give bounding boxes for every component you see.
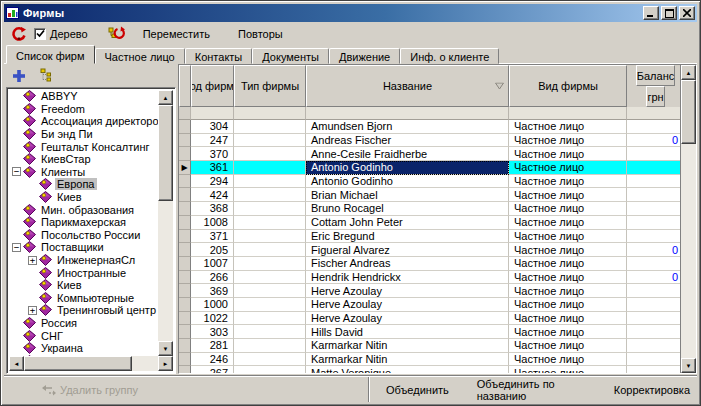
tree-item[interactable]: СНГ <box>9 329 158 342</box>
grid-vscroll-track[interactable] <box>681 144 696 358</box>
grid-row[interactable]: ▶361Antonio GodinhoЧастное лицо <box>179 161 680 175</box>
tree-item[interactable]: КиевСтар <box>9 153 158 166</box>
grid-row[interactable]: 304Amundsen BjornЧастное лицо <box>179 120 680 134</box>
cell-balance <box>627 366 680 373</box>
grid-vertical-scrollbar[interactable]: ▲ ▼ <box>680 65 696 373</box>
tree-item[interactable]: Парикмахерская <box>9 216 158 229</box>
grid-row[interactable]: 205Figueral AlvarezЧастное лицо0 <box>179 243 680 257</box>
refresh-icon[interactable] <box>10 25 28 42</box>
move-button[interactable]: Переместить <box>132 25 221 43</box>
filter-cell-name[interactable] <box>306 107 509 120</box>
tree-checkbox-group[interactable]: Дерево <box>34 28 88 40</box>
grid-row[interactable]: 1007Fischer AndreasЧастное лицо <box>179 257 680 271</box>
tab-3[interactable]: Контакты <box>185 48 253 64</box>
tree-item[interactable]: Ассоциация директоров шк <box>9 115 158 128</box>
filter-cell-bal[interactable] <box>627 107 680 120</box>
tree-item[interactable]: Киев <box>9 279 158 292</box>
tree-item[interactable]: Посольство России <box>9 229 158 242</box>
tree-item[interactable]: Иностранные <box>9 266 158 279</box>
filter-cell-type[interactable] <box>234 107 306 120</box>
tree-item[interactable]: +Тренинговый центр <box>9 304 158 317</box>
sort-descending-icon[interactable] <box>495 83 504 90</box>
tab-1[interactable]: Список фирм <box>6 45 95 64</box>
expand-icon[interactable]: + <box>28 306 37 315</box>
tree-item[interactable]: −Поставщики <box>9 241 158 254</box>
tree-item[interactable]: −Клиенты <box>9 166 158 179</box>
tab-4[interactable]: Документы <box>252 48 329 64</box>
tree-vscroll-track[interactable] <box>158 201 173 341</box>
grid-row[interactable]: 424Brian MichaelЧастное лицо <box>179 188 680 202</box>
expand-icon[interactable]: + <box>28 256 37 265</box>
delete-group-button[interactable]: Удалить группу <box>4 377 176 402</box>
tree-item[interactable]: +ИнженернаяСл <box>9 254 158 267</box>
grid-row[interactable]: 281Karmarkar NitinЧастное лицо <box>179 339 680 353</box>
tree-item[interactable]: Гештальт Консалтинг <box>9 140 158 153</box>
main-area: ABBYYFreedomАссоциация директоров шкБи э… <box>4 64 697 374</box>
grid-row[interactable]: 370Anne-Cesile FraidherbeЧастное лицо <box>179 147 680 161</box>
grid-row[interactable]: 1000Herve AzoulayЧастное лицо <box>179 298 680 312</box>
column-header-code[interactable]: Код фирмы <box>191 65 234 107</box>
tree-item[interactable]: Киев <box>9 191 158 204</box>
tree-item[interactable]: Европа <box>9 178 158 191</box>
close-button[interactable] <box>679 6 695 20</box>
tab-6[interactable]: Инф. о клиенте <box>400 48 499 64</box>
grid-row[interactable]: 368Bruno RocagelЧастное лицо <box>179 202 680 216</box>
tab-5[interactable]: Движение <box>329 48 400 64</box>
tree-item[interactable]: Би энд Пи <box>9 128 158 141</box>
tree-item[interactable]: Россия <box>9 317 158 330</box>
footer-action-3[interactable]: Корректировка <box>607 381 697 399</box>
tree-horizontal-scrollbar[interactable]: ◄ ► <box>9 356 173 371</box>
footer-action-1[interactable]: Объединить <box>379 381 456 399</box>
collapse-icon[interactable]: − <box>12 167 21 176</box>
tab-2[interactable]: Частное лицо <box>95 48 185 64</box>
hierarchy-icon[interactable] <box>38 67 56 84</box>
grid-scroll-down-icon[interactable]: ▼ <box>681 358 696 373</box>
tree-item[interactable]: Компьютерные <box>9 292 158 305</box>
filter-cell-code[interactable] <box>191 107 234 120</box>
column-header-balance[interactable]: Балансгрн <box>627 65 680 107</box>
tree-item[interactable]: Мин. образования <box>9 203 158 216</box>
tree-hscroll-thumb[interactable] <box>24 356 132 371</box>
grid-vscroll-thumb[interactable] <box>681 80 696 144</box>
cell-code: 294 <box>191 175 234 189</box>
grid-row[interactable]: 247Andreas FischerЧастное лицо0 <box>179 134 680 148</box>
column-header-type[interactable]: Тип фирмы <box>234 65 306 107</box>
scroll-up-icon[interactable]: ▲ <box>158 90 173 105</box>
grid-row[interactable]: 369Herve AzoulayЧастное лицо <box>179 284 680 298</box>
cell-balance <box>627 284 680 298</box>
grid-row[interactable]: 246Karmarkar NitinЧастное лицо <box>179 353 680 367</box>
grid-row[interactable]: 1008Cottam John PeterЧастное лицо <box>179 216 680 230</box>
repeats-button[interactable]: Повторы <box>227 25 294 43</box>
collapse-icon[interactable]: − <box>12 243 21 252</box>
maximize-button[interactable] <box>661 6 677 20</box>
tree-item[interactable]: Freedom <box>9 103 158 116</box>
filter-cell-kind[interactable] <box>509 107 627 120</box>
footer-action-2[interactable]: Объединить по названию <box>470 375 593 405</box>
tree-hscroll-track[interactable] <box>132 356 158 371</box>
tree-vertical-scrollbar[interactable]: ▲ ▼ <box>158 90 173 356</box>
tree-checkbox[interactable] <box>34 28 46 40</box>
cell-balance <box>627 325 680 339</box>
scroll-left-icon[interactable]: ◄ <box>9 356 24 371</box>
grid-row[interactable]: 294Antonio GodinhoЧастное лицо <box>179 175 680 189</box>
scroll-down-icon[interactable]: ▼ <box>158 341 173 356</box>
cell-code: 361 <box>191 161 234 175</box>
grid-scroll-up-icon[interactable]: ▲ <box>681 65 696 80</box>
column-header-kind[interactable]: Вид фирмы <box>509 65 627 107</box>
tree-item[interactable]: Украина <box>9 342 158 355</box>
column-header-name[interactable]: Название <box>306 65 509 107</box>
grid-row[interactable]: 266Hendrik HendrickxЧастное лицо0 <box>179 271 680 285</box>
tree-vscroll-thumb[interactable] <box>158 105 173 201</box>
grid-row[interactable]: 371Eric BregundЧастное лицо <box>179 230 680 244</box>
cell-kind: Частное лицо <box>509 353 627 367</box>
tree-item[interactable]: ABBYY <box>9 90 158 103</box>
minimize-button[interactable] <box>643 6 659 20</box>
refresh-tree-icon[interactable] <box>108 25 126 42</box>
grid-row[interactable]: 1022Herve AzoulayЧастное лицо <box>179 312 680 326</box>
scroll-right-icon[interactable]: ► <box>158 356 173 371</box>
grid-row[interactable]: 303Hills DavidЧастное лицо <box>179 325 680 339</box>
add-group-icon[interactable] <box>10 67 28 84</box>
column-subheader-balance: грн <box>646 86 664 107</box>
cell-balance <box>627 298 680 312</box>
grid-row[interactable]: 267Matte VeroniqueЧастное лицо <box>179 366 680 373</box>
